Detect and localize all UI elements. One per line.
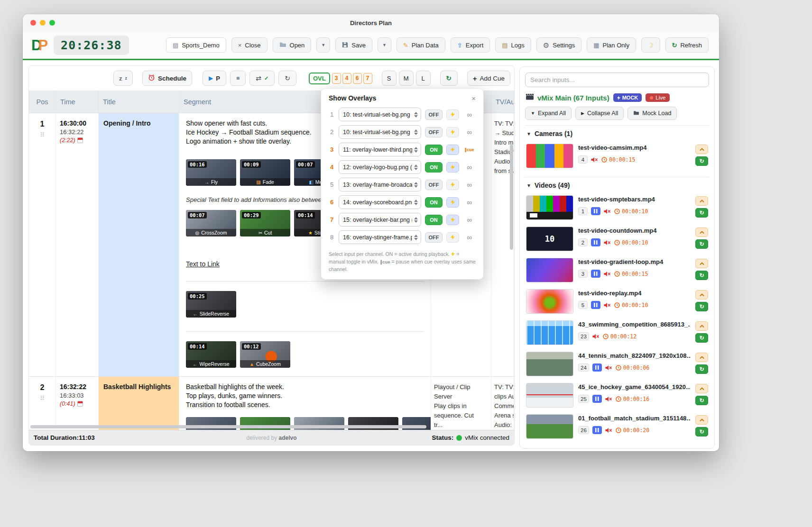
play-preview-button[interactable]: ▶P [203, 71, 226, 86]
column-header-time[interactable]: Time [56, 91, 99, 113]
plan-data-button[interactable]: ✎Plan Data [397, 37, 445, 53]
sync-button[interactable]: ↻ [440, 71, 458, 86]
search-input[interactable] [525, 73, 709, 87]
refresh-input-button[interactable]: ↻ [695, 239, 708, 249]
logs-button[interactable]: ▤Logs [495, 37, 531, 53]
overlay-on-off-toggle[interactable]: OFF [425, 127, 443, 137]
column-header-pos[interactable]: Pos [29, 91, 56, 113]
drag-handle-icon[interactable]: ⠿ [29, 395, 55, 402]
export-button[interactable]: ⇧Export [451, 37, 490, 53]
section-cameras-header[interactable]: ▼ Cameras (1) [525, 125, 709, 140]
add-cue-button[interactable]: +Add Cue [467, 71, 510, 86]
overlay-input-select[interactable]: 16: overlay-stinger-frame.pn [339, 230, 421, 244]
lightning-toggle-button[interactable] [446, 232, 459, 243]
muted-audio-icon[interactable] [604, 209, 611, 214]
transition-thumbnail[interactable]: 00:12 ▲CubeZoom [240, 341, 290, 368]
move-up-button[interactable] [695, 196, 708, 206]
settings-button[interactable]: ⚙Settings [536, 37, 581, 53]
schedule-button[interactable]: Schedule [142, 71, 192, 86]
transition-thumbnail[interactable]: 00:16 →Fly [186, 159, 236, 186]
active-overlay-channel[interactable]: 4 [342, 73, 351, 84]
reload-plan-button[interactable]: ↻ [278, 71, 296, 86]
close-plan-button[interactable]: ×Close [231, 37, 268, 53]
move-up-button[interactable] [695, 353, 708, 362]
stop-button[interactable]: ■ [230, 71, 246, 86]
transition-thumbnail[interactable]: 00:29 ✂Cut [240, 210, 290, 236]
vertical-scrollbar[interactable] [510, 145, 513, 250]
input-list-item[interactable]: 44_tennis_match_8224097_1920x108… 24 00:… [525, 348, 709, 380]
move-up-button[interactable] [695, 321, 708, 331]
zoom-window-button[interactable] [49, 20, 55, 26]
size-button[interactable]: S [382, 71, 397, 86]
muted-audio-icon[interactable] [592, 334, 600, 339]
muted-audio-icon[interactable] [604, 271, 611, 277]
close-window-button[interactable] [30, 20, 36, 26]
move-up-button[interactable] [695, 145, 708, 154]
pause-icon[interactable] [591, 270, 600, 278]
overlay-input-select[interactable]: 13: overlay-frame-broadcast. [339, 178, 421, 191]
input-list-item[interactable]: 45_ice_hockey_game_6340054_1920… 25 00:0… [525, 380, 709, 411]
refresh-input-button[interactable]: ↻ [695, 396, 708, 405]
collapse-all-button[interactable]: ▶Collapse All [575, 107, 624, 120]
overlay-input-select[interactable]: 15: overlay-ticker-bar.png (Im [339, 213, 421, 227]
overlay-input-select[interactable]: 10: test-virtual-set-bg.png (I [339, 125, 421, 139]
refresh-input-button[interactable]: ↻ [695, 156, 708, 166]
open-dropdown-button[interactable]: ▼ [316, 37, 330, 53]
refresh-input-button[interactable]: ↻ [695, 333, 708, 343]
size-button[interactable]: L [416, 71, 431, 86]
input-list-item[interactable]: test-video-gradient-loop.mp4 3 00:00:15 … [525, 254, 709, 286]
project-button[interactable]: ▤Sports_Demo [166, 37, 226, 53]
input-list-item[interactable]: 01_football_match_stadium_3151148… 26 00… [525, 411, 709, 442]
overlay-input-select[interactable]: 12: overlay-logo-bug.png (Im [339, 160, 421, 174]
transition-thumbnail[interactable]: 00:07 ◎CrossZoom [186, 210, 236, 236]
move-up-button[interactable] [695, 384, 708, 393]
lightning-toggle-button[interactable] [446, 197, 459, 208]
overlay-on-off-toggle[interactable]: OFF [425, 180, 443, 190]
cue-title[interactable]: Basketball Highlights [99, 377, 179, 430]
overlays-button[interactable]: OVL [309, 73, 330, 84]
horizontal-scrollbar[interactable] [30, 425, 426, 428]
lightning-toggle-button[interactable] [446, 145, 459, 155]
overlay-on-off-toggle[interactable]: OFF [425, 232, 443, 243]
loop-confirm-button[interactable]: ⇄✓ [249, 71, 275, 86]
input-list-item[interactable]: test-video-replay.mp4 5 00:00:10 ↻ [525, 286, 709, 317]
pause-icon[interactable] [591, 207, 600, 215]
refresh-input-button[interactable]: ↻ [695, 302, 708, 311]
text-link[interactable]: Text to Link [186, 260, 220, 268]
close-popup-button[interactable]: × [471, 95, 476, 102]
refresh-input-button[interactable]: ↻ [695, 427, 708, 436]
size-button[interactable]: M [399, 71, 414, 86]
mock-load-button[interactable]: Mock Load [627, 107, 677, 120]
lightning-toggle-button[interactable] [446, 109, 459, 120]
column-header-tv-audio[interactable]: TV/Audio [491, 91, 514, 113]
move-up-button[interactable] [695, 259, 708, 268]
dark-mode-button[interactable]: ☽ [641, 37, 660, 53]
overlay-on-off-toggle[interactable]: OFF [425, 109, 443, 120]
move-up-button[interactable] [695, 415, 708, 425]
lightning-toggle-button[interactable] [446, 180, 459, 190]
overlay-input-select[interactable]: 10: test-virtual-set-bg.png (I [339, 108, 421, 121]
move-up-button[interactable] [695, 227, 708, 237]
expand-all-button[interactable]: ▼Expand All [525, 107, 572, 120]
column-header-title[interactable]: Title [99, 91, 179, 113]
input-list-item[interactable]: test-video-camsim.mp4 4 00:00:15 ↻ [525, 140, 709, 172]
pause-icon[interactable] [591, 238, 600, 246]
refresh-button[interactable]: ↻Refresh [665, 37, 709, 53]
active-overlay-channel[interactable]: 3 [332, 73, 341, 84]
mock-badge[interactable]: MOCK [613, 93, 642, 102]
drag-handle-icon[interactable]: ⠿ [29, 131, 55, 138]
muted-audio-icon[interactable] [604, 302, 611, 308]
transition-thumbnail[interactable]: 00:25 ←SlideReverse [186, 291, 236, 318]
muted-audio-icon[interactable] [605, 365, 612, 371]
input-list-item[interactable]: test-video-smptebars.mp4 1 00:00:10 ↻ [525, 192, 709, 223]
minimize-window-button[interactable] [40, 20, 46, 26]
pause-icon[interactable] [592, 363, 602, 372]
open-button[interactable]: Open [273, 37, 312, 53]
muted-audio-icon[interactable] [605, 396, 612, 402]
refresh-input-button[interactable]: ↻ [695, 271, 708, 280]
active-overlay-channel[interactable]: 7 [363, 73, 372, 84]
overlay-on-off-toggle[interactable]: ON [425, 197, 443, 208]
transition-thumbnail[interactable]: 00:14 ←WipeReverse [186, 341, 236, 368]
save-button[interactable]: Save [335, 37, 372, 53]
lightning-toggle-button[interactable] [446, 162, 459, 173]
